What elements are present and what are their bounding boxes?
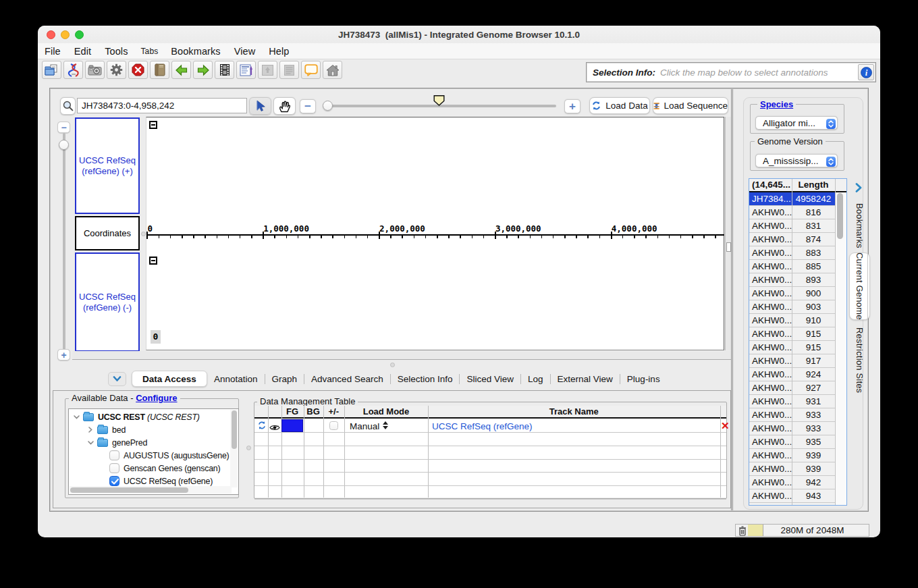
genome-map-view[interactable]: 01,000,0002,000,0003,000,0004,000,000 0 <box>146 117 724 350</box>
tree-folder-row[interactable]: genePred <box>69 436 238 449</box>
column-header[interactable]: +/- <box>323 406 345 417</box>
zoom-out-vertical-button[interactable]: − <box>57 122 70 133</box>
genome-version-dropdown[interactable]: A_mississip... <box>755 154 838 167</box>
select-tool-button[interactable] <box>249 97 271 115</box>
track-label-coordinates[interactable]: Coordinates <box>75 216 140 250</box>
zoom-out-horizontal-button[interactable]: − <box>300 99 316 113</box>
tree-folder-row[interactable]: UCSC REST (UCSC REST) <box>69 410 238 423</box>
film-button[interactable] <box>215 61 234 79</box>
track-label-refseq-minus[interactable]: UCSC RefSeq (refGene) (-) <box>75 252 140 352</box>
refresh-track-icon[interactable] <box>257 421 267 433</box>
search-button[interactable] <box>60 97 76 115</box>
load-mode-select[interactable]: Manual <box>350 421 388 431</box>
bottom-tab[interactable]: Plug-ins <box>620 374 667 384</box>
menu-item[interactable]: Tools <box>98 46 134 57</box>
track-foreground-color-cell[interactable] <box>281 419 303 432</box>
collapse-track-icon[interactable] <box>149 121 157 129</box>
tree-item-checkbox-row[interactable]: AUGUSTUS (augustusGene) <box>69 449 238 462</box>
back-arrow-button[interactable] <box>171 61 191 79</box>
info-button[interactable]: i <box>858 64 874 80</box>
menu-item[interactable]: Edit <box>68 46 98 57</box>
bottom-tab[interactable]: Sliced View <box>460 374 520 384</box>
map-splitter-handle[interactable] <box>390 363 395 367</box>
menu-item[interactable]: File <box>38 46 68 57</box>
bottom-tab[interactable]: Graph <box>265 374 304 384</box>
pan-tool-button[interactable] <box>273 97 296 115</box>
sequence-table-scrollbar-thumb[interactable] <box>837 193 843 239</box>
zoom-in-vertical-button[interactable]: + <box>57 349 70 360</box>
horizontal-zoom-thumb[interactable] <box>323 101 333 111</box>
dna-helix-button[interactable] <box>63 61 83 79</box>
unchecked-checkbox[interactable] <box>329 421 338 430</box>
tree-vertical-scrollbar-thumb[interactable] <box>232 410 237 449</box>
menu-item[interactable]: Bookmarks <box>164 46 227 57</box>
chevron-down-icon[interactable] <box>87 441 94 445</box>
stop-button[interactable] <box>128 61 148 79</box>
bottom-tab[interactable]: External View <box>551 374 620 384</box>
track-name-cell[interactable]: UCSC RefSeq (refGene) <box>432 421 533 431</box>
chevron-down-icon[interactable] <box>73 415 80 419</box>
sequence-name-column-header[interactable]: (14,645... <box>752 180 790 190</box>
delete-track-icon[interactable]: ✕ <box>721 421 730 431</box>
column-header[interactable]: Load Mode <box>344 406 428 417</box>
tab-data-access[interactable]: Data Access <box>132 371 207 387</box>
sequence-length-column-header[interactable]: Length <box>792 180 835 190</box>
collapse-track-icon[interactable] <box>149 257 157 265</box>
export-document-button[interactable] <box>236 61 256 79</box>
species-link[interactable]: Species <box>757 99 796 109</box>
column-header[interactable]: Track Name <box>428 406 720 417</box>
tree-horizontal-scrollbar-thumb[interactable] <box>70 487 188 493</box>
tree-vertical-scrollbar[interactable] <box>230 410 238 487</box>
species-dropdown[interactable]: Alligator mi... <box>755 116 838 130</box>
tree-folder-row[interactable]: bed <box>69 423 238 436</box>
location-range-input[interactable]: JH738473:0-4,958,242 <box>77 98 247 113</box>
menu-item[interactable]: View <box>227 46 263 57</box>
side-tab-restriction-sites[interactable]: Restriction Sites <box>849 325 870 396</box>
gear-button[interactable] <box>107 61 126 79</box>
upload-disabled-button[interactable] <box>258 61 277 79</box>
unchecked-checkbox[interactable] <box>109 450 119 460</box>
feedback-bubble-button[interactable] <box>301 61 321 79</box>
forward-arrow-button[interactable] <box>193 61 213 79</box>
tree-horizontal-scrollbar[interactable] <box>70 486 232 493</box>
tree-item-checkbox-row[interactable]: Genscan Genes (genscan) <box>69 462 238 475</box>
panel-splitter-handle[interactable] <box>246 446 251 450</box>
menu-item[interactable]: Help <box>262 46 296 57</box>
label-splitter-handle[interactable] <box>141 232 146 236</box>
chevron-right-icon[interactable] <box>87 427 94 433</box>
trash-icon[interactable] <box>738 526 747 536</box>
sequence-name-cell: AKHW0... <box>752 260 791 273</box>
track-label-refseq-plus[interactable]: UCSC RefSeq (refGene) (+) <box>75 117 140 214</box>
side-tab-current-genome[interactable]: Current Genome <box>849 252 870 320</box>
position-marker-icon[interactable] <box>433 95 445 106</box>
bottom-tab[interactable]: Selection Info <box>391 374 460 384</box>
column-header[interactable]: BG <box>304 406 323 417</box>
sequence-table-scrollbar[interactable] <box>836 192 846 505</box>
collapse-side-panel-button[interactable] <box>853 182 863 193</box>
map-horizontal-scrollbar[interactable] <box>72 351 732 360</box>
column-header[interactable]: FG <box>281 406 304 417</box>
row-divider <box>254 485 726 486</box>
side-tab-bookmarks[interactable]: Bookmarks <box>849 203 870 248</box>
zoom-in-horizontal-button[interactable]: + <box>564 99 580 113</box>
configure-link[interactable]: Configure <box>136 393 177 403</box>
minimize-tab-panel-button[interactable] <box>108 372 126 386</box>
checked-checkbox[interactable] <box>109 476 119 486</box>
home-button[interactable] <box>323 61 342 79</box>
book-button[interactable] <box>150 61 169 79</box>
eye-visibility-icon[interactable] <box>269 422 280 434</box>
map-vertical-scrollbar-thumb[interactable] <box>726 242 731 252</box>
document-disabled-button[interactable] <box>279 61 299 79</box>
vertical-zoom-thumb[interactable] <box>59 140 69 150</box>
load-sequence-button[interactable]: Load Sequence <box>653 97 728 114</box>
bottom-tab[interactable]: Advanced Search <box>304 374 390 384</box>
camera-button[interactable] <box>85 61 105 79</box>
bottom-tab[interactable]: Log <box>521 374 550 384</box>
vertical-zoom-slider[interactable] <box>63 133 65 350</box>
menu-item[interactable]: Tabs <box>135 47 165 56</box>
selection-info-box[interactable]: Selection Info: Click the map below to s… <box>586 62 876 82</box>
unchecked-checkbox[interactable] <box>109 463 119 473</box>
bottom-tab[interactable]: Annotation <box>207 374 265 384</box>
load-data-button[interactable]: Load Data <box>589 97 650 114</box>
open-file-button[interactable] <box>42 61 61 79</box>
